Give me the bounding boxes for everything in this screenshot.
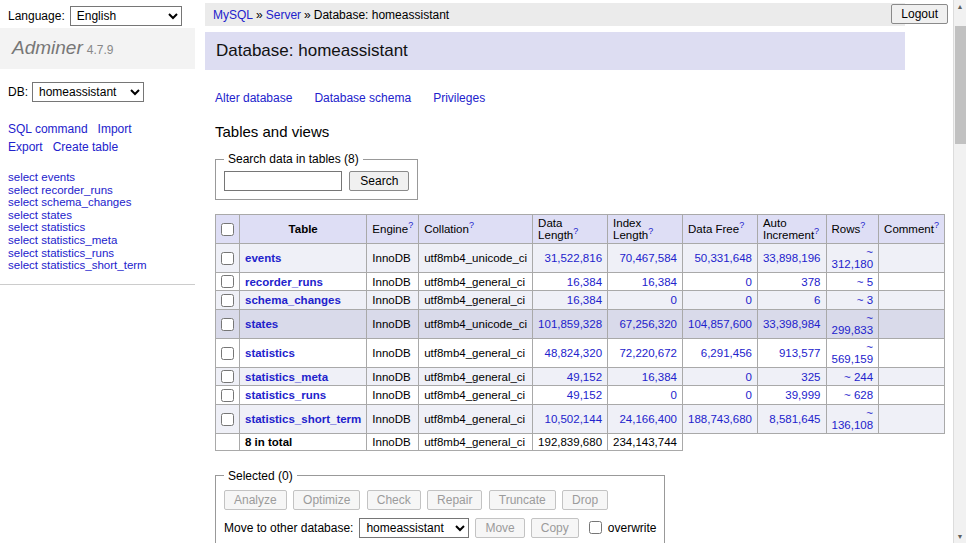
rows-count-link[interactable]: ~ 299,833	[832, 312, 874, 336]
table-name-link[interactable]: statistics_meta	[245, 371, 328, 383]
move-button[interactable]: Move	[475, 518, 524, 538]
table-name-link[interactable]: recorder_runs	[245, 276, 323, 288]
row-checkbox[interactable]	[221, 389, 234, 402]
index-length-link[interactable]: 0	[671, 294, 677, 306]
auto-increment-link[interactable]: 378	[801, 276, 820, 288]
row-checkbox[interactable]	[221, 370, 234, 383]
rows-count-link[interactable]: ~ 136,108	[832, 407, 874, 431]
help-link[interactable]: ?	[648, 226, 653, 236]
rows-count-link[interactable]: ~ 312,180	[832, 246, 874, 270]
row-checkbox[interactable]	[221, 318, 234, 331]
data-free-link[interactable]: 104,857,600	[688, 318, 752, 330]
help-link[interactable]: ?	[934, 220, 939, 230]
sidebar-item-select-statistics-short-term[interactable]: select statistics_short_term	[8, 259, 147, 271]
sidebar-item-select-states[interactable]: select states	[8, 209, 72, 221]
data-free-link[interactable]: 0	[746, 389, 752, 401]
index-length-link[interactable]: 72,220,672	[619, 347, 677, 359]
sidebar-item-select-recorder-runs[interactable]: select recorder_runs	[8, 184, 113, 196]
data-length-link[interactable]: 31,522,816	[544, 252, 602, 264]
data-free-link[interactable]: 0	[746, 276, 752, 288]
sidebar-item-sql-command[interactable]: SQL command	[8, 122, 88, 136]
sidebar-item-export[interactable]: Export	[8, 140, 43, 154]
select-all-checkbox[interactable]	[221, 223, 234, 236]
breadcrumb-mysql-link[interactable]: MySQL	[213, 8, 253, 22]
table-name-link[interactable]: statistics_short_term	[245, 413, 361, 425]
sidebar-item-select-statistics[interactable]: select statistics	[8, 221, 85, 233]
auto-increment-link[interactable]: 33,898,196	[763, 252, 821, 264]
data-free-link[interactable]: 188,743,680	[688, 413, 752, 425]
row-checkbox[interactable]	[221, 347, 234, 360]
index-length-link[interactable]: 16,384	[642, 276, 677, 288]
table-name-link[interactable]: statistics_runs	[245, 389, 326, 401]
language-select[interactable]: English	[70, 6, 182, 26]
breadcrumb-server-link[interactable]: Server	[266, 8, 301, 22]
data-free-link[interactable]: 6,291,456	[701, 347, 752, 359]
data-length-link[interactable]: 49,152	[567, 371, 602, 383]
sidebar-item-import[interactable]: Import	[98, 122, 132, 136]
rows-count-link[interactable]: ~ 569,159	[832, 341, 874, 365]
data-length-link[interactable]: 16,384	[567, 276, 602, 288]
optimize-button[interactable]: Optimize	[293, 490, 360, 510]
database-schema-link[interactable]: Database schema	[314, 91, 411, 105]
db-select[interactable]: homeassistant	[32, 82, 144, 102]
sidebar-item-select-statistics-meta[interactable]: select statistics_meta	[8, 234, 117, 246]
logout-button[interactable]: Logout	[891, 4, 948, 24]
auto-increment-link[interactable]: 913,577	[779, 347, 821, 359]
data-length-link[interactable]: 10,502,144	[544, 413, 602, 425]
search-input[interactable]	[224, 171, 342, 191]
auto-increment-link[interactable]: 39,999	[785, 389, 820, 401]
row-checkbox[interactable]	[221, 275, 234, 288]
data-free-link[interactable]: 0	[746, 294, 752, 306]
copy-button[interactable]: Copy	[531, 518, 579, 538]
sidebar-item-select-schema-changes[interactable]: select schema_changes	[8, 196, 131, 208]
check-button[interactable]: Check	[367, 490, 421, 510]
privileges-link[interactable]: Privileges	[433, 91, 485, 105]
move-db-select[interactable]: homeassistant	[359, 518, 469, 538]
row-checkbox[interactable]	[221, 252, 234, 265]
adminer-logo-link[interactable]: Adminer	[12, 37, 83, 58]
repair-button[interactable]: Repair	[427, 490, 482, 510]
index-length-link[interactable]: 0	[671, 389, 677, 401]
rows-count-link[interactable]: ~ 628	[844, 389, 873, 401]
help-link[interactable]: ?	[739, 220, 744, 230]
table-name-link[interactable]: states	[245, 318, 278, 330]
row-checkbox[interactable]	[221, 413, 234, 426]
table-name-link[interactable]: events	[245, 252, 281, 264]
search-button[interactable]: Search	[349, 171, 409, 191]
data-length-link[interactable]: 49,152	[567, 389, 602, 401]
data-free-link[interactable]: 0	[746, 371, 752, 383]
alter-database-link[interactable]: Alter database	[215, 91, 292, 105]
rows-count-link[interactable]: ~ 3	[857, 294, 873, 306]
help-link[interactable]: ?	[573, 226, 578, 236]
index-length-link[interactable]: 67,256,320	[619, 318, 677, 330]
auto-increment-link[interactable]: 8,581,645	[769, 413, 820, 425]
scrollbar-thumb[interactable]	[955, 26, 966, 144]
sidebar-item-create-table[interactable]: Create table	[53, 140, 118, 154]
auto-increment-link[interactable]: 6	[814, 294, 820, 306]
table-name-link[interactable]: schema_changes	[245, 294, 341, 306]
scroll-up-icon[interactable]: ▲	[954, 0, 966, 13]
help-link[interactable]: ?	[814, 226, 819, 236]
analyze-button[interactable]: Analyze	[224, 490, 287, 510]
table-name-link[interactable]: statistics	[245, 347, 295, 359]
data-length-link[interactable]: 101,859,328	[538, 318, 602, 330]
data-length-link[interactable]: 16,384	[567, 294, 602, 306]
index-length-link[interactable]: 70,467,584	[619, 252, 677, 264]
auto-increment-link[interactable]: 33,398,984	[763, 318, 821, 330]
overwrite-checkbox[interactable]	[589, 521, 602, 534]
data-length-link[interactable]: 48,824,320	[544, 347, 602, 359]
rows-count-link[interactable]: ~ 244	[844, 371, 873, 383]
index-length-link[interactable]: 24,166,400	[619, 413, 677, 425]
data-free-link[interactable]: 50,331,648	[694, 252, 752, 264]
index-length-link[interactable]: 16,384	[642, 371, 677, 383]
scrollbar[interactable]: ▲ ▼	[953, 0, 966, 543]
help-link[interactable]: ?	[408, 220, 413, 230]
help-link[interactable]: ?	[860, 220, 865, 230]
truncate-button[interactable]: Truncate	[489, 490, 556, 510]
auto-increment-link[interactable]: 325	[801, 371, 820, 383]
scroll-down-icon[interactable]: ▼	[954, 530, 966, 543]
help-link[interactable]: ?	[469, 220, 474, 230]
sidebar-item-select-events[interactable]: select events	[8, 171, 75, 183]
row-checkbox[interactable]	[221, 294, 234, 307]
drop-button[interactable]: Drop	[562, 490, 608, 510]
